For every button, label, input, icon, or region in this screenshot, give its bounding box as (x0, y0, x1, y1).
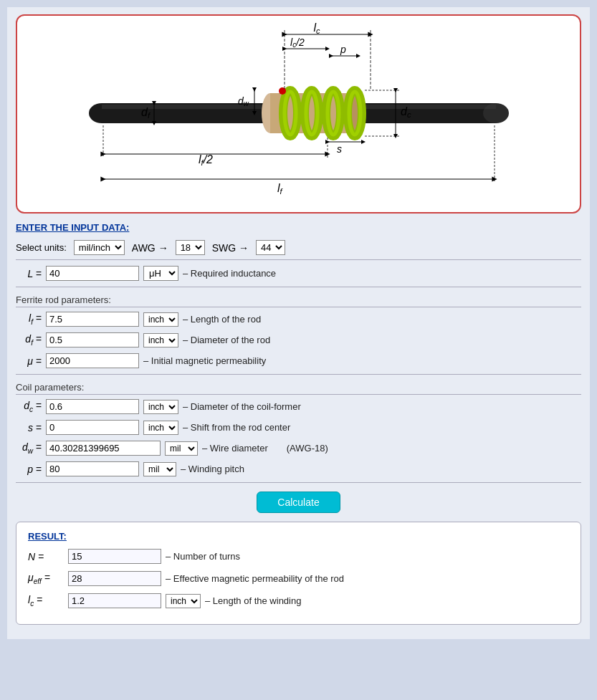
units-select[interactable]: mil/inch mm/cm (74, 240, 125, 255)
mu-input[interactable]: 2000 (46, 353, 139, 368)
swg-label: SWG → (212, 242, 249, 254)
df-row: df = 0.5 inchcmmm – Diameter of the rod (16, 332, 581, 347)
s-row: s = 0 inchcmmm – Shift from the rod cent… (16, 420, 581, 435)
lf-unit-select[interactable]: inchcmmm (143, 312, 178, 327)
dc-row: dc = 0.6 inchcmmm – Diameter of the coil… (16, 399, 581, 414)
input-section: ENTER THE INPUT DATA: Select units: mil/… (16, 222, 581, 628)
units-row: Select units: mil/inch mm/cm AWG → 18202… (16, 237, 581, 260)
p-desc: – Winding pitch (181, 464, 244, 474)
svg-point-15 (279, 87, 286, 95)
s-desc: – Shift from the rod center (183, 422, 290, 433)
lc-result-input[interactable]: 1.2 (68, 593, 161, 608)
lf-row: lf = 7.5 inchcmmm – Length of the rod (16, 312, 581, 327)
N-label: N = (28, 551, 64, 562)
result-box: RESULT: N = 15 – Number of turns μeff = … (16, 522, 581, 625)
inductance-desc: – Required inductance (183, 268, 276, 279)
inductance-label: L = (16, 268, 42, 279)
diagram-container: lc lc/2 p dc dw df (16, 14, 581, 214)
dc-input[interactable]: 0.6 (46, 399, 139, 414)
svg-text:lc: lc (313, 21, 320, 35)
p-input[interactable]: 80 (46, 461, 139, 476)
lf-desc: – Length of the rod (183, 314, 261, 325)
inductance-unit-select[interactable]: μHmHnH (143, 266, 178, 281)
p-label: p = (16, 464, 42, 475)
svg-text:p: p (340, 44, 346, 55)
svg-text:lc/2: lc/2 (290, 37, 305, 49)
dw-label: dw = (16, 441, 42, 455)
s-input[interactable]: 0 (46, 420, 139, 435)
lc-result-row: lc = 1.2 inchcmmm – Length of the windin… (28, 593, 569, 608)
calculate-button[interactable]: Calculate (257, 492, 340, 513)
mu-label: μ = (16, 355, 42, 367)
dw-input[interactable]: 40.30281399695 (46, 441, 161, 456)
lc-unit-select[interactable]: inchcmmm (166, 594, 201, 608)
awg-select[interactable]: 18202224 (176, 240, 205, 255)
swg-select[interactable]: 44403632 (256, 240, 285, 255)
mu-eff-result-input[interactable]: 28 (68, 571, 161, 586)
df-label: df = (16, 333, 42, 347)
input-title: ENTER THE INPUT DATA: (16, 222, 581, 233)
N-result-row: N = 15 – Number of turns (28, 549, 569, 564)
df-desc: – Diameter of the rod (183, 335, 270, 345)
awg-label: AWG → (132, 242, 168, 254)
lc-desc: – Length of the winding (205, 595, 301, 606)
inductance-input[interactable]: 40 (46, 266, 139, 281)
lc-label: lc = (28, 594, 64, 608)
dw-awg-note: (AWG-18) (287, 443, 328, 454)
svg-text:dw: dw (238, 95, 249, 107)
mu-eff-result-row: μeff = 28 – Effective magnetic permeabil… (28, 571, 569, 586)
mu-desc: – Initial magnetic permeability (143, 355, 266, 366)
coil-diagram: lc lc/2 p dc dw df (62, 21, 535, 206)
dw-unit-select[interactable]: milmm (165, 441, 198, 456)
result-title: RESULT: (28, 531, 569, 542)
p-row: p = 80 milmm – Winding pitch (16, 461, 581, 476)
units-label: Select units: (16, 242, 67, 253)
coil-section-title: Coil parameters: (16, 382, 581, 395)
dw-desc: – Wire diameter (202, 443, 268, 454)
svg-text:lf/2: lf/2 (199, 153, 213, 167)
s-unit-select[interactable]: inchcmmm (143, 421, 178, 435)
N-desc: – Number of turns (166, 551, 240, 562)
inductance-row: L = 40 μHmHnH – Required inductance (16, 266, 581, 281)
dc-unit-select[interactable]: inchcmmm (143, 400, 178, 414)
svg-text:s: s (337, 143, 342, 155)
df-input[interactable]: 0.5 (46, 332, 139, 347)
dc-label: dc = (16, 400, 42, 413)
dc-desc: – Diameter of the coil-former (183, 401, 301, 412)
s-label: s = (16, 422, 42, 433)
mu-eff-label: μeff = (28, 572, 64, 585)
mu-row: μ = 2000 – Initial magnetic permeability (16, 353, 581, 368)
p-unit-select[interactable]: milmm (143, 462, 176, 476)
svg-text:lf: lf (277, 182, 283, 196)
lf-input[interactable]: 7.5 (46, 312, 139, 327)
lf-label: lf = (16, 312, 42, 326)
mu-eff-desc: – Effective magnetic permeability of the… (166, 573, 344, 584)
df-unit-select[interactable]: inchcmmm (143, 333, 178, 347)
dw-row: dw = 40.30281399695 milmm – Wire diamete… (16, 441, 581, 456)
ferrite-section-title: Ferrite rod parameters: (16, 294, 581, 307)
N-result-input[interactable]: 15 (68, 549, 161, 564)
